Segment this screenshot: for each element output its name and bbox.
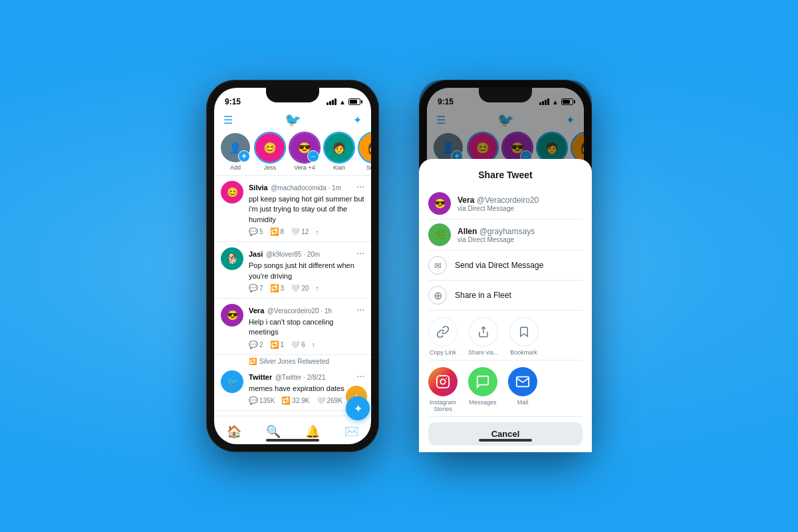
vera-text: Help i can't stop canceling meetings: [249, 317, 364, 338]
tweet-more-btn[interactable]: ···: [356, 181, 364, 192]
jasi-avatar: 🐕: [221, 247, 243, 270]
send-dm-label: Send via Direct Message: [455, 261, 543, 270]
share-via-item[interactable]: Share via...: [468, 317, 499, 356]
share-action[interactable]: ↑: [315, 228, 319, 236]
phone-notch: [266, 88, 319, 102]
home-nav[interactable]: 🏠: [224, 422, 244, 442]
copy-link-item[interactable]: Copy Link: [428, 317, 458, 356]
stories-row: 👤 + Add 😊 Jess 😎 ··· Ver: [214, 130, 371, 175]
messages-item[interactable]: Messages: [468, 367, 497, 412]
wifi-icon: ▲: [339, 98, 346, 106]
reply-action[interactable]: 💬 5: [249, 227, 263, 236]
right-screen: 9:15 ▲ ☰ 🐦 ✦ 👤 + Add: [427, 88, 584, 444]
retweet-label-text: Silver Jones Retweeted: [259, 358, 329, 365]
send-dm-option[interactable]: ✉ Send via Direct Message: [428, 251, 583, 281]
retweet-action[interactable]: 🔁 3: [270, 284, 285, 293]
reply-action[interactable]: 💬 2: [249, 340, 263, 349]
sparkle-icon[interactable]: ✦: [353, 114, 362, 126]
jasi-handle: @k9lover85 · 20m: [266, 251, 320, 258]
vera-name: Vera: [249, 307, 264, 315]
retweet-action[interactable]: 🔁 32.9K: [281, 396, 309, 405]
retweet-action[interactable]: 🔁 1: [270, 340, 285, 349]
share-sheet-title: Share Tweet: [428, 170, 583, 180]
vera-handle: @Veracordeiro20 · 1h: [267, 307, 332, 315]
share-fleet-option[interactable]: ⊕ Share in a Fleet: [428, 281, 583, 311]
status-icons: ▲: [327, 98, 360, 106]
tweet-vera: 😎 Vera @Veracordeiro20 · 1h ··· Help i c…: [214, 299, 371, 355]
left-phone: 9:15 ▲ ☰ 🐦 ✦ 👤 + Add: [206, 80, 379, 452]
instagram-stories-item[interactable]: Instagram Stories: [428, 367, 458, 412]
tweet-more-btn[interactable]: ···: [356, 304, 364, 315]
menu-icon[interactable]: ☰: [223, 114, 233, 126]
dm-allen-avatar: 🌿: [428, 223, 451, 246]
tweet-silvia: 😊 Silvia @machadocomida · 1m ··· ppl kee…: [214, 176, 371, 242]
twitter-name: Twitter: [249, 373, 272, 381]
tweet-more-btn[interactable]: ···: [356, 370, 364, 381]
dm-allen-name: Allen @grayhamsays: [458, 227, 583, 236]
like-action[interactable]: 🤍 6: [291, 340, 305, 349]
story-vera-label: Vera +4: [294, 164, 315, 171]
share-action[interactable]: ↑: [315, 284, 319, 292]
story-vera[interactable]: 😎 ··· Vera +4: [290, 133, 319, 171]
svg-point-3: [446, 378, 447, 379]
vera-more-badge: ···: [307, 150, 319, 162]
like-action[interactable]: 🤍 20: [291, 284, 309, 293]
silvia-name: Silvia: [249, 184, 268, 192]
mail-icon: [508, 367, 537, 396]
dm-allen-via: via Direct Message: [458, 236, 583, 243]
dm-suggestion-vera[interactable]: 😎 Vera @Veracordeiro20 via Direct Messag…: [428, 188, 583, 219]
envelope-icon: ✉: [428, 256, 447, 275]
share-apps-row: Instagram Stories Messages: [428, 360, 583, 417]
fleet-icon: ⊕: [428, 286, 447, 305]
story-jess[interactable]: 😊 Jess: [255, 133, 285, 171]
share-icons-row: Copy Link Share via...: [428, 311, 583, 360]
retweet-label: 🔁 Silver Jones Retweeted: [214, 355, 371, 365]
phone-notch-right: [479, 88, 532, 102]
bookmark-item[interactable]: Bookmark: [509, 317, 539, 356]
reply-action[interactable]: 💬 7: [249, 284, 263, 293]
story-suzie-label: Suzie: [366, 164, 371, 171]
story-kian-label: Kian: [333, 164, 345, 171]
reply-action[interactable]: 💬 135K: [249, 396, 275, 405]
svg-rect-1: [437, 376, 449, 388]
silvia-text: ppl keep saying hot girl summer but i'm …: [249, 194, 364, 225]
twitter-logo: 🐦: [285, 112, 301, 128]
right-phone: 9:15 ▲ ☰ 🐦 ✦ 👤 + Add: [419, 80, 592, 452]
twitter-avatar: 🐦: [221, 370, 243, 393]
silvia-handle: @machadocomida · 1m: [271, 184, 341, 192]
copy-link-label: Copy Link: [430, 349, 456, 356]
share-overlay: Share Tweet 😎 Vera @Veracordeiro20 via D…: [427, 88, 584, 444]
share-via-label: Share via...: [468, 349, 499, 356]
story-add[interactable]: 👤 + Add: [221, 133, 250, 171]
home-bar: [266, 439, 319, 442]
compose-fab[interactable]: ✦: [346, 396, 370, 420]
mail-item[interactable]: Mail: [508, 367, 537, 412]
mail-label: Mail: [517, 399, 529, 406]
signal-icon: [327, 98, 336, 105]
dm-suggestion-allen[interactable]: 🌿 Allen @grayhamsays via Direct Message: [428, 219, 583, 251]
instagram-icon: [428, 367, 458, 396]
copy-link-icon: [428, 317, 458, 346]
like-action[interactable]: 🤍 269K: [317, 396, 342, 405]
bookmark-label: Bookmark: [510, 349, 537, 356]
instagram-label: Instagram Stories: [428, 399, 458, 412]
messages-nav[interactable]: ✉️: [342, 422, 362, 442]
twitter-navbar: ☰ 🐦 ✦: [214, 109, 371, 130]
like-action[interactable]: 🤍 12: [291, 227, 309, 236]
vera-avatar: 😎: [221, 304, 243, 327]
share-sheet: Share Tweet 😎 Vera @Veracordeiro20 via D…: [427, 159, 584, 444]
story-suzie[interactable]: 👩 Suzie: [359, 133, 371, 171]
dm-vera-avatar: 😎: [428, 192, 451, 215]
status-time: 9:15: [225, 97, 241, 106]
twitter-handle: @Twitter · 2/8/21: [275, 374, 326, 381]
share-via-icon: [469, 317, 498, 346]
svg-point-2: [440, 379, 445, 384]
add-story-btn[interactable]: +: [238, 150, 250, 162]
bookmark-icon: [509, 317, 539, 346]
story-kian[interactable]: 🧑 Kian: [325, 133, 354, 171]
tweet-jasi: 🐕 Jasi @k9lover85 · 20m ··· Pop songs ju…: [214, 242, 371, 299]
tweet-more-btn[interactable]: ···: [356, 247, 364, 258]
story-add-label: Add: [230, 164, 241, 171]
share-action[interactable]: ↑: [312, 340, 316, 348]
retweet-action[interactable]: 🔁 8: [270, 227, 285, 236]
